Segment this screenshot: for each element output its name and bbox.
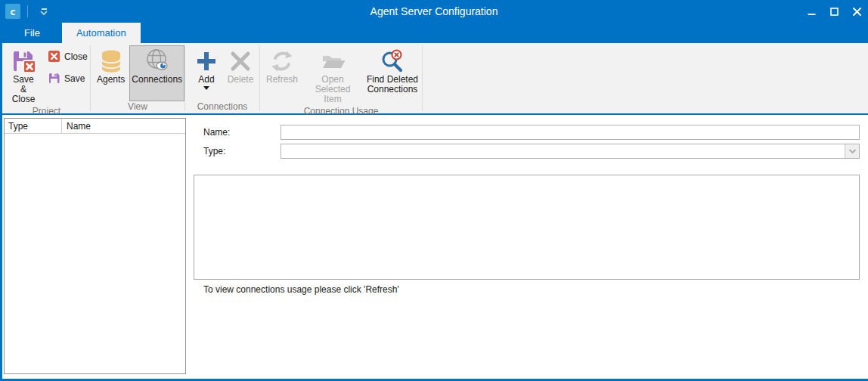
chevron-down-icon bbox=[848, 149, 857, 154]
ribbon-group-view: Agents Connections bbox=[91, 43, 184, 113]
delete-connection-button: Delete bbox=[224, 45, 257, 101]
agents-database-icon bbox=[99, 48, 123, 75]
connections-list-panel: Type Name bbox=[4, 118, 186, 374]
ribbon-tab-row: File Automation bbox=[0, 23, 868, 43]
add-dropdown-arrow-icon bbox=[203, 86, 209, 90]
app-icon: c bbox=[5, 4, 20, 19]
connection-detail-panel: Name: Type: To view connections usage pl… bbox=[187, 115, 868, 379]
title-bar: c Agent Server Configuration bbox=[0, 0, 868, 23]
tab-automation[interactable]: Automation bbox=[62, 23, 141, 43]
close-red-icon bbox=[48, 50, 60, 63]
minimize-icon bbox=[808, 8, 816, 16]
ribbon-group-project: Save & Close Close bbox=[4, 43, 89, 113]
minimize-button[interactable] bbox=[800, 0, 823, 23]
connection-usage-group-body: Refresh Open Selected Item bbox=[261, 43, 421, 106]
close-button[interactable] bbox=[845, 0, 868, 23]
window-border-left bbox=[0, 43, 2, 381]
type-row: Type: bbox=[187, 144, 860, 159]
maximize-icon bbox=[830, 8, 839, 16]
ribbon-separator bbox=[422, 45, 423, 111]
name-row: Name: bbox=[187, 125, 860, 140]
tab-file[interactable]: File bbox=[8, 23, 57, 43]
save-and-close-icon bbox=[11, 48, 36, 75]
project-group-body: Save & Close Close bbox=[4, 43, 89, 106]
column-header-name[interactable]: Name bbox=[62, 119, 185, 133]
agents-label: Agents bbox=[97, 75, 125, 85]
save-button[interactable]: Save bbox=[45, 70, 91, 86]
list-header: Type Name bbox=[5, 119, 185, 134]
column-header-type[interactable]: Type bbox=[5, 119, 62, 133]
view-group-label: View bbox=[91, 101, 184, 113]
name-field-label: Name: bbox=[203, 127, 281, 138]
connections-group-body: Add Delete bbox=[186, 43, 259, 101]
save-and-close-button[interactable]: Save & Close bbox=[8, 45, 39, 106]
main-content: Type Name Name: Type: bbox=[0, 115, 868, 379]
quick-access-separator bbox=[27, 5, 28, 17]
ribbon-group-connections: Add Delete Connections bbox=[186, 43, 259, 113]
usage-hint-text: To view connections usage please click '… bbox=[203, 284, 860, 295]
refresh-button: Refresh bbox=[264, 45, 300, 101]
open-folder-icon bbox=[320, 48, 346, 75]
open-selected-item-button: Open Selected Item bbox=[303, 45, 362, 106]
refresh-label: Refresh bbox=[266, 75, 298, 85]
ribbon: Save & Close Close bbox=[0, 43, 868, 115]
delete-label: Delete bbox=[228, 75, 254, 85]
ribbon-separator bbox=[90, 45, 91, 111]
project-small-buttons: Close Save bbox=[45, 48, 91, 86]
refresh-icon bbox=[270, 48, 294, 75]
list-body[interactable] bbox=[5, 134, 185, 373]
agents-button[interactable]: Agents bbox=[95, 45, 127, 101]
connections-globe-icon bbox=[144, 48, 170, 75]
save-and-close-label: Save & Close bbox=[11, 75, 36, 104]
ribbon-group-connection-usage: Refresh Open Selected Item bbox=[261, 43, 421, 113]
chevron-down-icon bbox=[40, 11, 48, 15]
type-field-label: Type: bbox=[203, 146, 281, 156]
add-plus-icon bbox=[194, 48, 219, 75]
type-combobox-dropdown-button[interactable] bbox=[845, 144, 859, 158]
type-combobox-input[interactable] bbox=[281, 144, 845, 158]
add-label: Add bbox=[198, 75, 214, 85]
app-window: c Agent Server Configuration bbox=[0, 0, 868, 381]
connection-usage-results-box bbox=[194, 175, 860, 280]
quick-access-dropdown-button[interactable] bbox=[34, 3, 54, 20]
find-deleted-magnifier-icon bbox=[380, 48, 405, 75]
connections-button[interactable]: Connections bbox=[129, 45, 184, 101]
ribbon-separator bbox=[184, 45, 185, 111]
find-deleted-connections-button[interactable]: Find Deleted Connections bbox=[364, 45, 421, 101]
open-selected-item-label: Open Selected Item bbox=[305, 75, 360, 104]
save-label: Save bbox=[64, 73, 85, 84]
overline-icon bbox=[42, 8, 47, 10]
close-project-button[interactable]: Close bbox=[45, 48, 91, 64]
ribbon-separator bbox=[259, 45, 260, 111]
name-input[interactable] bbox=[281, 125, 860, 140]
save-icon bbox=[48, 72, 60, 85]
connections-label: Connections bbox=[132, 75, 182, 85]
window-title: Agent Server Configuration bbox=[0, 5, 868, 17]
close-icon bbox=[853, 8, 861, 16]
delete-x-icon bbox=[228, 48, 253, 75]
type-combobox[interactable] bbox=[281, 144, 860, 159]
connections-group-label: Connections bbox=[186, 101, 259, 113]
add-connection-button[interactable]: Add bbox=[191, 45, 222, 101]
find-deleted-connections-label: Find Deleted Connections bbox=[366, 75, 419, 94]
maximize-button[interactable] bbox=[823, 0, 845, 23]
view-group-body: Agents Connections bbox=[91, 43, 184, 101]
close-project-label: Close bbox=[64, 51, 88, 62]
window-controls bbox=[800, 0, 868, 23]
